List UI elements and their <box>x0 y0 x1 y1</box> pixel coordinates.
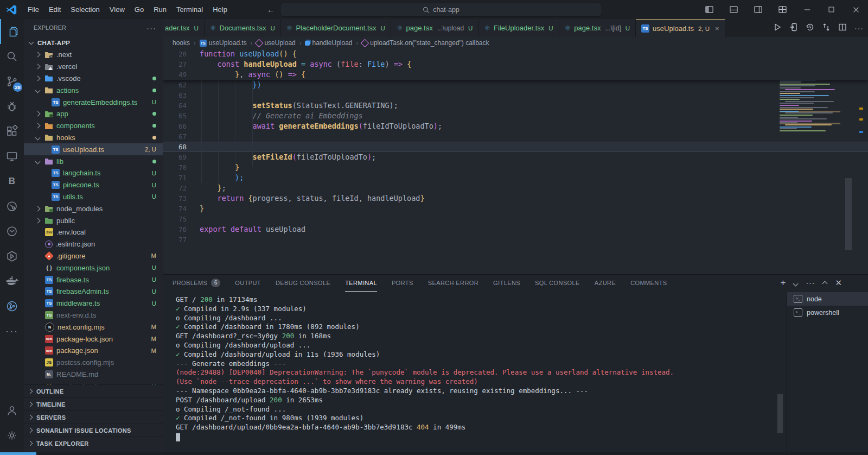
panel-tab-azure[interactable]: AZURE <box>595 275 616 291</box>
tab-documents-tsx[interactable]: ⚛Documents.tsxU <box>205 19 281 37</box>
split-editor-icon[interactable] <box>838 23 847 33</box>
run-debug-icon[interactable] <box>0 94 24 119</box>
maximize-icon[interactable] <box>819 0 844 19</box>
minimize-icon[interactable] <box>795 0 819 19</box>
breadcrumb-useupload[interactable]: useUpload <box>256 39 295 47</box>
b-extension-icon[interactable]: B <box>0 169 24 194</box>
close-icon[interactable] <box>844 0 868 19</box>
customize-layout-icon[interactable] <box>770 0 795 19</box>
tab-fileuploader-tsx[interactable]: ⚛FileUploader.tsxU <box>478 19 559 37</box>
tree-item-gitignore[interactable]: .gitignoreM <box>24 250 163 262</box>
section-outline[interactable]: OUTLINE <box>24 384 163 397</box>
tree-item-firebase-ts[interactable]: TSfirebase.tsU <box>24 274 163 286</box>
tree-root-chat-app[interactable]: CHAT-APP <box>24 36 163 49</box>
tree-item-env-local[interactable]: .ENV.env.local <box>24 226 163 238</box>
tab-page-tsx[interactable]: ⚛page.tsx...\[id]U <box>559 19 636 37</box>
terminal-instance-powershell[interactable]: >_powershell <box>787 306 868 319</box>
account-icon[interactable] <box>0 398 24 423</box>
panel-tab-sql-console[interactable]: SQL CONSOLE <box>535 275 580 291</box>
tree-item-public[interactable]: public <box>24 214 163 226</box>
more-editor-actions-icon[interactable]: ··· <box>854 24 864 33</box>
video-extension-icon[interactable] <box>0 244 24 269</box>
section-sonarlint-issue-locations[interactable]: SONARLINT ISSUE LOCATIONS <box>24 424 163 437</box>
run-icon[interactable] <box>773 23 782 33</box>
menu-view[interactable]: View <box>105 0 130 19</box>
extensions-icon[interactable] <box>0 119 24 144</box>
code-line-27[interactable]: 27 const handleUpload = async (file: Fil… <box>163 59 868 69</box>
open-changes-icon[interactable] <box>789 23 798 33</box>
tree-item-pinecone-ts[interactable]: TSpinecone.tsU <box>24 179 163 191</box>
toggle-panel-icon[interactable] <box>722 0 746 19</box>
code-editor[interactable]: 20function useUpload() {27 const handleU… <box>163 49 868 274</box>
tree-item-generateembeddings-ts[interactable]: TSgenerateEmbeddings.tsU <box>24 96 163 108</box>
sonarlint-icon[interactable] <box>0 194 24 219</box>
menu-run[interactable]: Run <box>149 0 171 19</box>
code-line-69[interactable]: 69 setFileId(fileIdToUploadTo); <box>163 152 868 162</box>
new-terminal-icon[interactable]: + <box>780 277 786 288</box>
panel-tab-terminal[interactable]: TERMINAL <box>345 275 377 292</box>
code-line-68[interactable]: 68 <box>163 142 868 152</box>
settings-gear-icon[interactable] <box>0 423 24 448</box>
tab-close-icon[interactable]: × <box>715 24 719 33</box>
code-line-74[interactable]: 74} <box>163 204 868 214</box>
code-line-66[interactable]: 66 await generateEmbeddings(fileIdToUplo… <box>163 121 868 131</box>
breadcrumb-hooks[interactable]: hooks <box>173 39 190 47</box>
toggle-secondary-sidebar-icon[interactable] <box>746 0 770 19</box>
panel-tab-comments[interactable]: COMMENTS <box>630 275 667 291</box>
compare-changes-icon[interactable] <box>822 23 831 33</box>
tree-item-postcss-config-mjs[interactable]: JSpostcss.config.mjs <box>24 357 163 369</box>
history-icon[interactable] <box>806 23 814 33</box>
tree-item-readme-md[interactable]: M↓README.md <box>24 369 163 381</box>
panel-tab-output[interactable]: OUTPUT <box>235 275 261 291</box>
nav-back-icon[interactable]: ← <box>267 5 275 14</box>
docker-icon[interactable] <box>0 269 24 294</box>
code-line-20[interactable]: 20function useUpload() { <box>163 49 868 59</box>
terminal-output[interactable]: GET / 200 in 17134ms✓ Compiled in 2.9s (… <box>176 295 778 441</box>
tab-useupload-ts[interactable]: TSuseUpload.ts2, U× <box>636 19 725 37</box>
code-line-63[interactable]: 63 <box>163 90 868 100</box>
source-control-icon[interactable]: 28 <box>0 69 24 94</box>
tab-placeholderdocument-tsx[interactable]: ⚛PlaceholderDocument.tsxU <box>281 19 391 37</box>
tree-item-useupload-ts[interactable]: TSuseUpload.ts2, U <box>24 143 163 155</box>
tree-item-next-env-d-ts[interactable]: TSnext-env.d.ts <box>24 309 163 321</box>
terminal-scrollbar[interactable] <box>777 291 783 453</box>
tree-item-langchain-ts[interactable]: TSlangchain.tsU <box>24 167 163 179</box>
editor-scrollbar[interactable] <box>845 49 852 274</box>
breadcrumb-handleupload[interactable]: handleUpload <box>305 39 352 47</box>
remote-explorer-icon[interactable] <box>0 144 24 169</box>
tree-item-next[interactable]: N.next <box>24 49 163 61</box>
code-line-62[interactable]: 62 }) <box>163 80 868 90</box>
explorer-icon[interactable] <box>0 19 25 44</box>
breadcrumb-useupload-ts[interactable]: TSuseUpload.ts <box>200 39 247 47</box>
breadcrumb-uploadtask-on-state-changed-ca[interactable]: uploadTask.on("state_changed") callback <box>362 39 489 47</box>
code-line-67[interactable]: 67 <box>163 131 868 142</box>
close-panel-icon[interactable]: ✕ <box>835 278 842 288</box>
tree-item-middleware-ts[interactable]: TSmiddleware.tsU <box>24 298 163 309</box>
tree-item-lib[interactable]: lib <box>24 155 163 167</box>
tree-item-firebaseadmin-ts[interactable]: TSfirebaseAdmin.tsU <box>24 286 163 298</box>
menu-terminal[interactable]: Terminal <box>171 0 208 19</box>
tree-item-next-config-mjs[interactable]: Nnext.config.mjsM <box>24 321 163 333</box>
menu-go[interactable]: Go <box>130 0 149 19</box>
toggle-primary-sidebar-icon[interactable] <box>697 0 722 19</box>
code-line-73[interactable]: 73 return {progress, status, fileId, han… <box>163 193 868 204</box>
terminal-dropdown-icon[interactable] <box>794 279 797 287</box>
code-line-76[interactable]: 76export default useUpload <box>163 224 868 235</box>
code-line-64[interactable]: 64 setStatus(StatusText.GENERATING); <box>163 100 868 111</box>
panel-tab-search-error[interactable]: SEARCH ERROR <box>428 275 478 291</box>
git-extension-icon[interactable] <box>0 294 24 319</box>
explorer-more-actions-icon[interactable]: ··· <box>146 23 156 33</box>
panel-tab-gitlens[interactable]: GITLENS <box>493 275 520 291</box>
menu-help[interactable]: Help <box>208 0 232 19</box>
tree-item-hooks[interactable]: hooks <box>24 132 163 144</box>
section-servers[interactable]: SERVERS <box>24 410 163 424</box>
panel-tab-debug-console[interactable]: DEBUG CONSOLE <box>276 275 330 291</box>
tab-page-tsx[interactable]: ⚛page.tsx...\uploadU <box>391 19 479 37</box>
code-line-70[interactable]: 70 } <box>163 162 868 173</box>
code-line-71[interactable]: 71 ); <box>163 173 868 183</box>
tree-item-components-json[interactable]: { }components.jsonU <box>24 262 163 274</box>
code-line-72[interactable]: 72 }; <box>163 183 868 193</box>
panel-more-actions-icon[interactable]: ··· <box>806 279 815 287</box>
tree-item-node-modules[interactable]: node_modules <box>24 203 163 214</box>
tree-item-package-json[interactable]: npmpackage.jsonM <box>24 345 163 357</box>
